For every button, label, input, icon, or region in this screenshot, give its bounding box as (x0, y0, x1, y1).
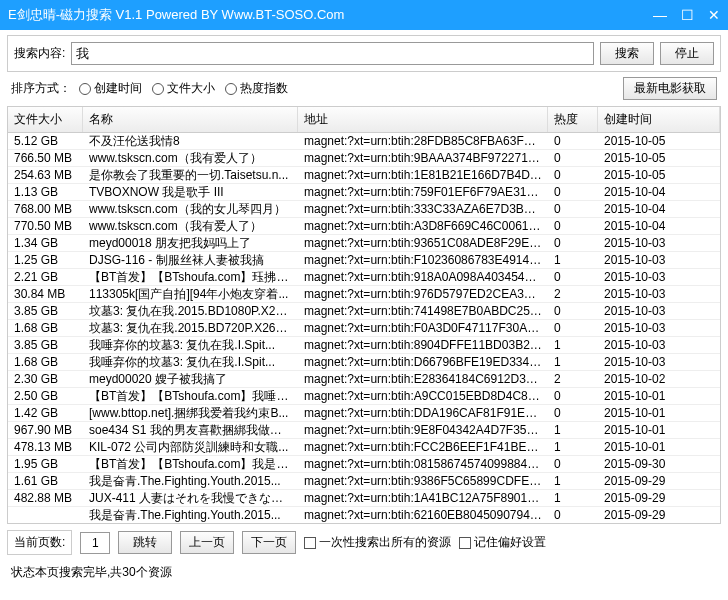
table-row[interactable]: 768.00 MBwww.tskscn.com（我的女儿琴四月）magnet:?… (8, 201, 720, 218)
table-row[interactable]: 770.50 MBwww.tskscn.com（我有爱人了）magnet:?xt… (8, 218, 720, 235)
prev-button[interactable]: 上一页 (180, 531, 234, 554)
table-row[interactable]: 3.85 GB坟墓3: 复仇在我.2015.BD1080P.X264...mag… (8, 303, 720, 320)
cell-size: 766.50 MB (8, 151, 83, 165)
table-row[interactable]: 1.13 GBTVBOXNOW 我是歌手 IIImagnet:?xt=urn:b… (8, 184, 720, 201)
table-row[interactable]: 30.84 MB113305k[国产自拍][94年小炮友穿着...magnet:… (8, 286, 720, 303)
cell-heat: 0 (548, 321, 598, 335)
col-date[interactable]: 创建时间 (598, 107, 720, 132)
cell-name: www.tskscn.com（我有爱人了） (83, 218, 298, 235)
cell-name: 是你教会了我重要的一切.Taisetsu.n... (83, 167, 298, 184)
table-row[interactable]: 1.68 GB坟墓3: 复仇在我.2015.BD720P.X264...magn… (8, 320, 720, 337)
cell-date: 2015-10-05 (598, 134, 720, 148)
cell-name: 【BT首发】【BTshoufa.com】我是奋... (83, 456, 298, 473)
cell-size: 1.95 GB (8, 457, 83, 471)
table-row[interactable]: 1.95 GB【BT首发】【BTshoufa.com】我是奋...magnet:… (8, 456, 720, 473)
cell-size: 3.85 GB (8, 338, 83, 352)
table-row[interactable]: 1.34 GBmeyd00018 朋友把我妈吗上了magnet:?xt=urn:… (8, 235, 720, 252)
table-row[interactable]: 1.68 GB我唾弃你的坟墓3: 复仇在我.I.Spit...magnet:?x… (8, 354, 720, 371)
cell-date: 2015-10-01 (598, 406, 720, 420)
cell-name: [www.bttop.net].捆绑我爱着我约束B... (83, 405, 298, 422)
close-icon[interactable]: ✕ (708, 7, 720, 23)
cell-heat: 0 (548, 151, 598, 165)
cell-name: www.tskscn.com（我有爱人了） (83, 150, 298, 167)
cell-size: 1.25 GB (8, 253, 83, 267)
cell-heat: 1 (548, 440, 598, 454)
window-title: E剑忠晴-磁力搜索 V1.1 Powered BY Www.BT-SOSO.Co… (8, 6, 653, 24)
table-row[interactable]: 482.88 MBJUX-411 人妻はそれを我慢できない...magnet:?… (8, 490, 720, 507)
cell-addr: magnet:?xt=urn:btih:1E81B21E166D7B4D79B.… (298, 168, 548, 182)
sort-file-size[interactable]: 文件大小 (152, 80, 215, 97)
sort-heat-index[interactable]: 热度指数 (225, 80, 288, 97)
cell-date: 2015-10-01 (598, 389, 720, 403)
cell-date: 2015-10-05 (598, 151, 720, 165)
cell-addr: magnet:?xt=urn:btih:9BAAA374BF97227117Z.… (298, 151, 548, 165)
cell-heat: 1 (548, 355, 598, 369)
cell-addr: magnet:?xt=urn:btih:F10236086783E4914D10… (298, 253, 548, 267)
table-row[interactable]: 1.61 GB我是奋青.The.Fighting.Youth.2015...ma… (8, 473, 720, 490)
cell-addr: magnet:?xt=urn:btih:D66796BFE19ED334F69.… (298, 355, 548, 369)
sort-label: 排序方式： (11, 80, 71, 97)
cell-name: 【BT首发】【BTshoufa.com】珏拂我爱... (83, 269, 298, 286)
cell-size: 770.50 MB (8, 219, 83, 233)
cell-size: 1.34 GB (8, 236, 83, 250)
cell-addr: magnet:?xt=urn:btih:8904DFFE11BD03B28AF.… (298, 338, 548, 352)
cell-name: JUX-411 人妻はそれを我慢できない... (83, 490, 298, 507)
cell-name: 坟墓3: 复仇在我.2015.BD1080P.X264... (83, 303, 298, 320)
table-row[interactable]: 766.50 MBwww.tskscn.com（我有爱人了）magnet:?xt… (8, 150, 720, 167)
cell-addr: magnet:?xt=urn:btih:976D5797ED2CEA3F489.… (298, 287, 548, 301)
remember-prefs-checkbox[interactable]: 记住偏好设置 (459, 534, 546, 551)
table-row[interactable]: 3.85 GB我唾弃你的坟墓3: 复仇在我.I.Spit...magnet:?x… (8, 337, 720, 354)
cell-name: meyd00020 嫂子被我搞了 (83, 371, 298, 388)
cell-addr: magnet:?xt=urn:btih:FCC2B6EEF1F41BEA262.… (298, 440, 548, 454)
search-button[interactable]: 搜索 (600, 42, 654, 65)
results-table[interactable]: 5.12 GB不及汪伦送我情8magnet:?xt=urn:btih:28FDB… (8, 133, 720, 523)
table-row[interactable]: 2.50 GB【BT首发】【BTshoufa.com】我唾弃...magnet:… (8, 388, 720, 405)
cell-size: 768.00 MB (8, 202, 83, 216)
table-row[interactable]: 1.42 GB[www.bttop.net].捆绑我爱着我约束B...magne… (8, 405, 720, 422)
table-row[interactable]: 2.30 GBmeyd00020 嫂子被我搞了magnet:?xt=urn:bt… (8, 371, 720, 388)
col-heat[interactable]: 热度 (548, 107, 598, 132)
cell-date: 2015-10-01 (598, 440, 720, 454)
cell-heat: 1 (548, 253, 598, 267)
cell-size: 482.88 MB (8, 491, 83, 505)
sort-create-time[interactable]: 创建时间 (79, 80, 142, 97)
next-button[interactable]: 下一页 (242, 531, 296, 554)
cell-size: 2.21 GB (8, 270, 83, 284)
cell-heat: 1 (548, 491, 598, 505)
cell-heat: 0 (548, 168, 598, 182)
col-name[interactable]: 名称 (83, 107, 298, 132)
cell-heat: 0 (548, 219, 598, 233)
col-addr[interactable]: 地址 (298, 107, 548, 132)
table-row[interactable]: 我是奋青.The.Fighting.Youth.2015...magnet:?x… (8, 507, 720, 523)
cell-heat: 0 (548, 304, 598, 318)
table-row[interactable]: 254.63 MB是你教会了我重要的一切.Taisetsu.n...magnet… (8, 167, 720, 184)
cell-name: 我是奋青.The.Fighting.Youth.2015... (83, 507, 298, 524)
stop-button[interactable]: 停止 (660, 42, 714, 65)
search-input[interactable] (71, 42, 594, 65)
table-row[interactable]: 5.12 GB不及汪伦送我情8magnet:?xt=urn:btih:28FDB… (8, 133, 720, 150)
minimize-icon[interactable]: — (653, 7, 667, 23)
col-size[interactable]: 文件大小 (8, 107, 83, 132)
latest-movies-button[interactable]: 最新电影获取 (623, 77, 717, 100)
cell-addr: magnet:?xt=urn:btih:081586745740998845..… (298, 457, 548, 471)
table-row[interactable]: 478.13 MBKIL-072 公司内部防災訓練時和女職...magnet:?… (8, 439, 720, 456)
table-row[interactable]: 967.90 MBsoe434 S1 我的男友喜歡捆綁我做愛?...magnet… (8, 422, 720, 439)
maximize-icon[interactable]: ☐ (681, 7, 694, 23)
cell-heat: 0 (548, 270, 598, 284)
cell-size: 30.84 MB (8, 287, 83, 301)
table-row[interactable]: 2.21 GB【BT首发】【BTshoufa.com】珏拂我爱...magnet… (8, 269, 720, 286)
cell-date: 2015-10-03 (598, 287, 720, 301)
table-row[interactable]: 1.25 GBDJSG-116 - 制服丝袜人妻被我搞magnet:?xt=ur… (8, 252, 720, 269)
cell-heat: 0 (548, 389, 598, 403)
cell-name: 我唾弃你的坟墓3: 复仇在我.I.Spit... (83, 354, 298, 371)
cell-heat: 2 (548, 372, 598, 386)
cell-name: 我是奋青.The.Fighting.Youth.2015... (83, 473, 298, 490)
search-all-checkbox[interactable]: 一次性搜索出所有的资源 (304, 534, 451, 551)
cell-size: 1.68 GB (8, 321, 83, 335)
cell-date: 2015-09-29 (598, 508, 720, 522)
jump-button[interactable]: 跳转 (118, 531, 172, 554)
page-input[interactable] (80, 532, 110, 554)
cell-date: 2015-09-29 (598, 491, 720, 505)
cell-heat: 0 (548, 134, 598, 148)
cell-addr: magnet:?xt=urn:btih:1A41BC12A75F89017EA.… (298, 491, 548, 505)
